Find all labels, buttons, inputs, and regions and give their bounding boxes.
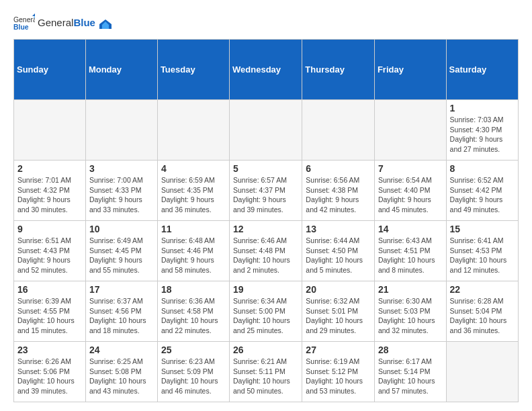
calendar-cell: 9Sunrise: 6:51 AM Sunset: 4:43 PM Daylig… <box>14 221 86 281</box>
calendar-cell: 19Sunrise: 6:34 AM Sunset: 5:00 PM Dayli… <box>230 281 302 342</box>
logo: General Blue GeneralBlue <box>13 13 112 32</box>
day-number: 13 <box>306 224 371 234</box>
day-info: Sunrise: 7:01 AM Sunset: 4:32 PM Dayligh… <box>17 175 82 215</box>
day-number: 12 <box>233 224 298 234</box>
calendar-cell: 6Sunrise: 6:56 AM Sunset: 4:38 PM Daylig… <box>302 161 375 221</box>
calendar-cell: 28Sunrise: 6:17 AM Sunset: 5:14 PM Dayli… <box>374 342 446 402</box>
weekday-header-sunday: Sunday <box>14 40 86 100</box>
day-number: 9 <box>17 224 82 234</box>
day-number: 16 <box>17 284 82 295</box>
day-number: 10 <box>89 224 154 234</box>
calendar-table: SundayMondayTuesdayWednesdayThursdayFrid… <box>13 39 519 402</box>
calendar-cell <box>85 100 157 161</box>
day-number: 14 <box>378 224 443 234</box>
calendar-cell <box>157 100 229 161</box>
weekday-header-friday: Friday <box>374 40 446 100</box>
day-info: Sunrise: 6:26 AM Sunset: 5:06 PM Dayligh… <box>17 357 82 396</box>
calendar-cell <box>374 100 446 161</box>
day-info: Sunrise: 6:32 AM Sunset: 5:01 PM Dayligh… <box>306 296 371 336</box>
day-info: Sunrise: 6:34 AM Sunset: 5:00 PM Dayligh… <box>233 296 298 336</box>
day-number: 23 <box>17 345 82 355</box>
calendar-cell: 4Sunrise: 6:59 AM Sunset: 4:35 PM Daylig… <box>157 161 229 221</box>
calendar-cell: 2Sunrise: 7:01 AM Sunset: 4:32 PM Daylig… <box>14 161 86 221</box>
day-info: Sunrise: 6:52 AM Sunset: 4:42 PM Dayligh… <box>450 175 515 215</box>
day-info: Sunrise: 6:19 AM Sunset: 5:12 PM Dayligh… <box>306 357 371 396</box>
calendar-cell <box>230 100 302 161</box>
day-number: 8 <box>450 163 515 174</box>
page-header: General Blue GeneralBlue <box>13 13 519 32</box>
calendar-cell: 16Sunrise: 6:39 AM Sunset: 4:55 PM Dayli… <box>14 281 86 342</box>
calendar-cell: 11Sunrise: 6:48 AM Sunset: 4:46 PM Dayli… <box>157 221 229 281</box>
calendar-cell: 27Sunrise: 6:19 AM Sunset: 5:12 PM Dayli… <box>302 342 375 402</box>
day-info: Sunrise: 6:30 AM Sunset: 5:03 PM Dayligh… <box>378 296 443 336</box>
day-info: Sunrise: 6:17 AM Sunset: 5:14 PM Dayligh… <box>378 357 443 396</box>
day-number: 28 <box>378 345 443 355</box>
day-info: Sunrise: 7:03 AM Sunset: 4:30 PM Dayligh… <box>450 115 515 154</box>
calendar-cell: 21Sunrise: 6:30 AM Sunset: 5:03 PM Dayli… <box>374 281 446 342</box>
day-info: Sunrise: 6:36 AM Sunset: 4:58 PM Dayligh… <box>161 296 226 336</box>
calendar-cell: 1Sunrise: 7:03 AM Sunset: 4:30 PM Daylig… <box>446 100 518 161</box>
day-info: Sunrise: 6:59 AM Sunset: 4:35 PM Dayligh… <box>161 175 226 215</box>
svg-text:General: General <box>13 16 35 24</box>
day-number: 7 <box>378 163 443 174</box>
calendar-cell: 15Sunrise: 6:41 AM Sunset: 4:53 PM Dayli… <box>446 221 518 281</box>
day-number: 25 <box>161 345 226 355</box>
day-number: 17 <box>89 284 154 295</box>
day-number: 3 <box>89 163 154 174</box>
day-info: Sunrise: 6:43 AM Sunset: 4:51 PM Dayligh… <box>378 236 443 275</box>
calendar-cell: 24Sunrise: 6:25 AM Sunset: 5:08 PM Dayli… <box>85 342 157 402</box>
weekday-header-monday: Monday <box>85 40 157 100</box>
day-info: Sunrise: 6:41 AM Sunset: 4:53 PM Dayligh… <box>450 236 515 275</box>
calendar-cell: 25Sunrise: 6:23 AM Sunset: 5:09 PM Dayli… <box>157 342 229 402</box>
logo-arrow-icon <box>99 19 112 29</box>
day-info: Sunrise: 7:00 AM Sunset: 4:33 PM Dayligh… <box>89 175 154 215</box>
calendar-cell: 23Sunrise: 6:26 AM Sunset: 5:06 PM Dayli… <box>14 342 86 402</box>
calendar-cell: 3Sunrise: 7:00 AM Sunset: 4:33 PM Daylig… <box>85 161 157 221</box>
calendar-cell: 7Sunrise: 6:54 AM Sunset: 4:40 PM Daylig… <box>374 161 446 221</box>
calendar-cell <box>14 100 86 161</box>
weekday-header-tuesday: Tuesday <box>157 40 229 100</box>
calendar-cell <box>446 342 518 402</box>
day-number: 22 <box>450 284 515 295</box>
day-number: 5 <box>233 163 298 174</box>
day-number: 1 <box>450 103 515 113</box>
logo-general-text: GeneralBlue <box>38 17 112 28</box>
calendar-cell: 8Sunrise: 6:52 AM Sunset: 4:42 PM Daylig… <box>446 161 518 221</box>
weekday-header-wednesday: Wednesday <box>230 40 302 100</box>
day-info: Sunrise: 6:23 AM Sunset: 5:09 PM Dayligh… <box>161 357 226 396</box>
calendar-cell: 12Sunrise: 6:46 AM Sunset: 4:48 PM Dayli… <box>230 221 302 281</box>
day-number: 19 <box>233 284 298 295</box>
calendar-cell: 10Sunrise: 6:49 AM Sunset: 4:45 PM Dayli… <box>85 221 157 281</box>
day-number: 15 <box>450 224 515 234</box>
calendar-cell: 18Sunrise: 6:36 AM Sunset: 4:58 PM Dayli… <box>157 281 229 342</box>
calendar-cell <box>302 100 375 161</box>
day-info: Sunrise: 6:39 AM Sunset: 4:55 PM Dayligh… <box>17 296 82 336</box>
day-number: 20 <box>306 284 371 295</box>
calendar-cell: 5Sunrise: 6:57 AM Sunset: 4:37 PM Daylig… <box>230 161 302 221</box>
day-number: 11 <box>161 224 226 234</box>
day-info: Sunrise: 6:57 AM Sunset: 4:37 PM Dayligh… <box>233 175 298 215</box>
day-info: Sunrise: 6:54 AM Sunset: 4:40 PM Dayligh… <box>378 175 443 215</box>
svg-text:Blue: Blue <box>13 24 29 31</box>
day-number: 24 <box>89 345 154 355</box>
calendar-cell: 17Sunrise: 6:37 AM Sunset: 4:56 PM Dayli… <box>85 281 157 342</box>
day-info: Sunrise: 6:56 AM Sunset: 4:38 PM Dayligh… <box>306 175 371 215</box>
day-info: Sunrise: 6:49 AM Sunset: 4:45 PM Dayligh… <box>89 236 154 275</box>
day-number: 21 <box>378 284 443 295</box>
day-number: 4 <box>161 163 226 174</box>
calendar-cell: 13Sunrise: 6:44 AM Sunset: 4:50 PM Dayli… <box>302 221 375 281</box>
day-number: 6 <box>306 163 371 174</box>
weekday-header-thursday: Thursday <box>302 40 375 100</box>
calendar-cell: 14Sunrise: 6:43 AM Sunset: 4:51 PM Dayli… <box>374 221 446 281</box>
day-info: Sunrise: 6:21 AM Sunset: 5:11 PM Dayligh… <box>233 357 298 396</box>
day-number: 18 <box>161 284 226 295</box>
day-info: Sunrise: 6:37 AM Sunset: 4:56 PM Dayligh… <box>89 296 154 336</box>
day-info: Sunrise: 6:48 AM Sunset: 4:46 PM Dayligh… <box>161 236 226 275</box>
day-number: 27 <box>306 345 371 355</box>
calendar-cell: 22Sunrise: 6:28 AM Sunset: 5:04 PM Dayli… <box>446 281 518 342</box>
day-info: Sunrise: 6:44 AM Sunset: 4:50 PM Dayligh… <box>306 236 371 275</box>
day-info: Sunrise: 6:46 AM Sunset: 4:48 PM Dayligh… <box>233 236 298 275</box>
day-number: 2 <box>17 163 82 174</box>
day-info: Sunrise: 6:51 AM Sunset: 4:43 PM Dayligh… <box>17 236 82 275</box>
calendar-cell: 26Sunrise: 6:21 AM Sunset: 5:11 PM Dayli… <box>230 342 302 402</box>
